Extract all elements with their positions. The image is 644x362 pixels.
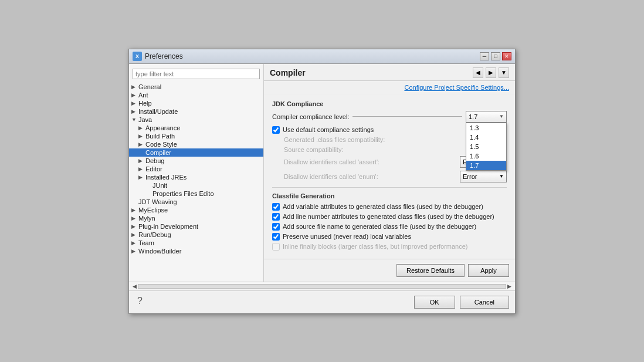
sidebar-item-plugin-dev[interactable]: ▶ Plug-in Development — [129, 222, 263, 231]
classfile-checkbox-3[interactable] — [272, 233, 280, 241]
cancel-button[interactable]: Cancel — [460, 296, 509, 309]
sidebar-item-general[interactable]: ▶ General — [129, 83, 263, 91]
forward-button[interactable]: ▶ — [486, 67, 496, 78]
title-bar: X Preferences ─ □ ✕ — [129, 49, 515, 64]
title-controls: ─ □ ✕ — [480, 52, 511, 60]
sidebar-item-code-style[interactable]: ▶ Code Style — [129, 140, 263, 148]
classfile-label-2: Add source file name to generated class … — [283, 223, 476, 230]
arrow-properties — [145, 191, 152, 197]
option-1-7[interactable]: 1.7 — [466, 161, 506, 170]
sidebar-item-build-path[interactable]: ▶ Build Path — [129, 132, 263, 140]
compliance-label: Compiler compliance level: — [272, 113, 349, 120]
search-input[interactable] — [133, 69, 260, 79]
sidebar-item-run-debug[interactable]: ▶ Run/Debug — [129, 231, 263, 239]
classfile-checkbox-0[interactable] — [272, 203, 280, 211]
search-box — [133, 69, 260, 79]
minimize-button[interactable]: ─ — [480, 52, 489, 60]
sidebar-item-myeclipse[interactable]: ▶ MyEclipse — [129, 206, 263, 214]
label-windowbuilder: WindowBuilder — [138, 248, 181, 255]
label-compiler: Compiler — [145, 149, 171, 156]
sidebar-item-debug[interactable]: ▶ Debug — [129, 157, 263, 165]
arrow-java: ▼ — [131, 117, 138, 123]
content-area: Compiler ◀ ▶ ▼ Configure Project Specifi… — [264, 64, 515, 282]
label-install: Install/Update — [138, 108, 178, 115]
sidebar-item-jdt-weaving[interactable]: JDT Weaving — [129, 198, 263, 206]
arrow-code-style: ▶ — [138, 141, 145, 147]
sidebar-item-properties-files[interactable]: Properties Files Edito — [129, 190, 263, 198]
label-myeclipse: MyEclipse — [138, 207, 168, 214]
generated-label: Generated .class files compatibility: — [272, 136, 395, 143]
sidebar-item-install-update[interactable]: ▶ Install/Update — [129, 107, 263, 116]
sidebar-item-appearance[interactable]: ▶ Appearance — [129, 124, 263, 132]
label-properties: Properties Files Edito — [152, 190, 214, 197]
menu-button[interactable]: ▼ — [499, 67, 509, 78]
enum-dropdown[interactable]: Error ▼ — [460, 171, 507, 182]
arrow-appearance: ▶ — [138, 125, 145, 131]
sidebar-item-editor[interactable]: ▶ Editor — [129, 165, 263, 173]
maximize-button[interactable]: □ — [491, 52, 500, 60]
sidebar: ▶ General ▶ Ant ▶ Help ▶ Install/Update … — [129, 64, 264, 282]
label-build-path: Build Path — [145, 133, 175, 140]
label-help: Help — [138, 100, 152, 107]
content-header: Compiler ◀ ▶ ▼ — [264, 64, 515, 81]
classfile-label-0: Add variable attributes to generated cla… — [283, 203, 483, 210]
configure-link[interactable]: Configure Project Specific Settings... — [404, 84, 509, 91]
label-mylyn: Mylyn — [138, 215, 155, 222]
back-button[interactable]: ◀ — [473, 67, 483, 78]
arrow-compiler — [138, 150, 145, 155]
label-plugin: Plug-in Development — [138, 223, 198, 230]
configure-link-row: Configure Project Specific Settings... — [264, 81, 515, 94]
window-title: Preferences — [145, 52, 183, 60]
scroll-left-arrow[interactable]: ◀ — [131, 283, 138, 289]
sidebar-item-compiler[interactable]: Compiler — [129, 148, 263, 157]
option-1-6[interactable]: 1.6 — [466, 151, 506, 161]
sidebar-item-help[interactable]: ▶ Help — [129, 99, 263, 107]
arrow-installed-jres: ▶ — [138, 174, 145, 180]
sidebar-item-windowbuilder[interactable]: ▶ WindowBuilder — [129, 247, 263, 255]
close-button[interactable]: ✕ — [502, 52, 511, 60]
use-default-checkbox[interactable] — [272, 126, 280, 134]
header-right: ◀ ▶ ▼ — [473, 67, 509, 78]
sidebar-item-mylyn[interactable]: ▶ Mylyn — [129, 214, 263, 222]
restore-defaults-button[interactable]: Restore Defaults — [396, 264, 465, 277]
content-title: Compiler — [270, 68, 306, 77]
classfile-label-3: Preserve unused (never read) local varia… — [283, 233, 411, 240]
classfile-item-1: Add line number attributes to generated … — [272, 213, 507, 221]
option-1-4[interactable]: 1.4 — [466, 133, 506, 142]
ok-button[interactable]: OK — [414, 296, 455, 309]
label-junit: JUnit — [152, 182, 167, 189]
help-icon[interactable]: ? — [135, 296, 143, 309]
disallow-assert-label: Disallow identifiers called 'assert': — [272, 158, 395, 165]
arrow-help: ▶ — [131, 100, 138, 106]
classfile-checkbox-4 — [272, 243, 280, 251]
label-run-debug: Run/Debug — [138, 231, 171, 238]
main-area: ▶ General ▶ Ant ▶ Help ▶ Install/Update … — [129, 64, 515, 282]
arrow-mylyn: ▶ — [131, 215, 138, 221]
label-jdt: JDT Weaving — [138, 198, 177, 205]
option-1-5[interactable]: 1.5 — [466, 142, 506, 151]
disallow-enum-label: Disallow identifiers called 'enum': — [272, 173, 395, 180]
label-debug: Debug — [145, 157, 164, 164]
use-default-label: Use default compliance settings — [283, 126, 374, 133]
arrow-ant: ▶ — [131, 92, 138, 98]
arrow-myeclipse: ▶ — [131, 207, 138, 213]
apply-button[interactable]: Apply — [468, 264, 509, 277]
bottom-bar: Restore Defaults Apply — [264, 259, 515, 282]
classfile-item-3: Preserve unused (never read) local varia… — [272, 233, 507, 241]
classfile-checkbox-1[interactable] — [272, 213, 280, 221]
option-1-3[interactable]: 1.3 — [466, 123, 506, 133]
classfile-checkbox-2[interactable] — [272, 223, 280, 231]
sidebar-item-installed-jres[interactable]: ▶ Installed JREs — [129, 173, 263, 181]
sidebar-item-junit[interactable]: JUnit — [129, 181, 263, 190]
compliance-line — [352, 116, 462, 117]
horizontal-scrollbar[interactable] — [138, 284, 506, 289]
compliance-dropdown[interactable]: 1.7 ▼ — [466, 111, 507, 123]
compliance-value: 1.7 — [469, 113, 477, 120]
sidebar-item-ant[interactable]: ▶ Ant — [129, 91, 263, 99]
sidebar-item-team[interactable]: ▶ Team — [129, 239, 263, 247]
scroll-right-arrow[interactable]: ▶ — [506, 283, 513, 289]
sidebar-item-java[interactable]: ▼ Java — [129, 116, 263, 124]
arrow-general: ▶ — [131, 84, 138, 90]
compliance-dropdown-wrapper: 1.7 ▼ 1.3 1.4 1.5 1.6 1.7 — [466, 111, 507, 123]
arrow-run-debug: ▶ — [131, 232, 138, 238]
